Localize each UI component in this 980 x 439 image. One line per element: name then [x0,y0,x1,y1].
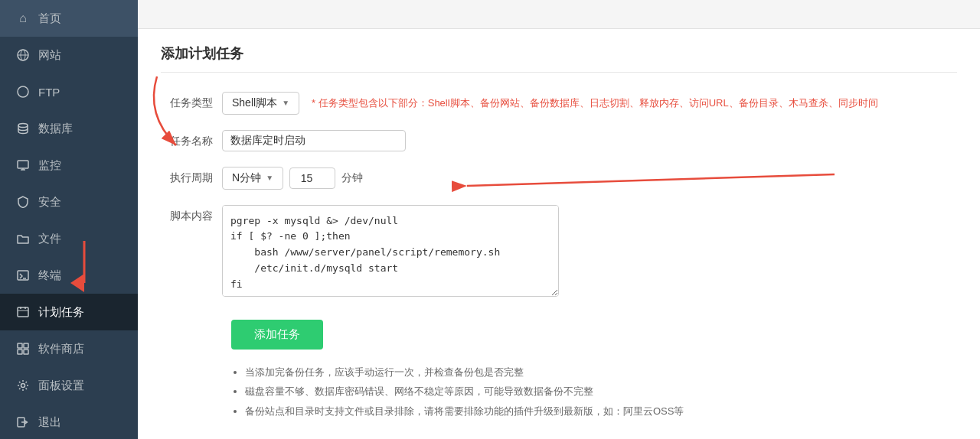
task-name-label: 任务名称 [161,130,222,148]
svg-point-4 [18,124,28,128]
task-type-dropdown[interactable]: Shell脚本 ▼ [222,92,299,115]
page-title: 添加计划任务 [161,44,957,73]
task-type-value: Shell脚本 [232,96,277,110]
script-control: pgrep -x mysqld &> /dev/null if [ $? -ne… [222,205,957,297]
note-item-1: 当添加完备份任务，应该手动运行一次，并检查备份包是否完整 [245,365,957,381]
website-icon [15,47,31,63]
script-content-row: 脚本内容 pgrep -x mysqld &> /dev/null if [ $… [161,205,957,297]
sidebar-item-label: 软件商店 [38,342,84,356]
task-type-row: 任务类型 Shell脚本 ▼ * 任务类型包含以下部分：Shell脚本、备份网站… [161,92,957,115]
sidebar-item-home[interactable]: ⌂ 首页 [0,0,138,37]
logout-icon [15,415,31,430]
main-content: 添加计划任务 任务类型 Shell脚本 ▼ * 任务类型包含以下部分：Shell… [138,0,980,439]
period-type-dropdown[interactable]: N分钟 ▼ [222,167,283,190]
task-name-row: 任务名称 [161,130,957,151]
period-row: 执行周期 N分钟 ▼ 分钟 [161,167,957,190]
svg-rect-15 [24,343,28,348]
svg-point-3 [18,86,28,97]
script-label: 脚本内容 [161,205,222,223]
chevron-down-icon-2: ▼ [266,174,273,182]
sidebar-item-label: 终端 [38,268,61,283]
sidebar-item-label: 监控 [38,158,61,173]
sidebar-item-logout[interactable]: 退出 [0,404,138,439]
crontab-icon [15,304,31,320]
sidebar-item-crontab[interactable]: 计划任务 [0,294,138,330]
script-textarea[interactable]: pgrep -x mysqld &> /dev/null if [ $? -ne… [222,205,559,297]
period-unit: 分钟 [341,171,363,185]
period-control: N分钟 ▼ 分钟 [222,167,957,190]
folder-icon [15,231,31,246]
terminal-icon [15,268,31,283]
svg-point-18 [21,384,25,388]
database-icon [15,121,31,136]
sidebar-item-database[interactable]: 数据库 [0,110,138,147]
svg-rect-10 [18,307,28,317]
sidebar-item-website[interactable]: 网站 [0,37,138,73]
svg-rect-5 [18,161,28,168]
sidebar-item-security[interactable]: 安全 [0,184,138,220]
sidebar-item-terminal[interactable]: 终端 [0,257,138,294]
notes-section: 当添加完备份任务，应该手动运行一次，并检查备份包是否完整 磁盘容量不够、数据库密… [161,365,957,420]
period-type-value: N分钟 [232,171,261,185]
sidebar-item-label: 安全 [38,195,61,210]
sidebar: ⌂ 首页 网站 FTP 数据库 监控 安全 文件 [0,0,138,439]
sidebar-item-label: FTP [38,86,60,99]
home-icon: ⌂ [15,11,31,26]
note-item-2: 磁盘容量不够、数据库密码错误、网络不稳定等原因，可能导致数据备份不完整 [245,384,957,400]
period-label: 执行周期 [161,167,222,185]
task-name-control [222,130,957,151]
notes-list: 当添加完备份任务，应该手动运行一次，并检查备份包是否完整 磁盘容量不够、数据库密… [231,365,957,420]
task-type-control: Shell脚本 ▼ * 任务类型包含以下部分：Shell脚本、备份网站、备份数据… [222,92,957,115]
sidebar-item-label: 计划任务 [38,305,84,320]
appstore-icon [15,341,31,356]
monitor-icon [15,158,31,173]
task-type-hint: * 任务类型包含以下部分：Shell脚本、备份网站、备份数据库、日志切割、释放内… [312,96,878,110]
task-type-label: 任务类型 [161,92,222,110]
submit-button[interactable]: 添加任务 [231,320,323,350]
chevron-down-icon: ▼ [282,99,289,107]
page-body: 添加计划任务 任务类型 Shell脚本 ▼ * 任务类型包含以下部分：Shell… [138,29,980,439]
top-bar [138,0,980,29]
svg-rect-14 [18,343,22,348]
sidebar-item-label: 网站 [38,48,61,63]
task-name-input[interactable] [222,130,406,151]
settings-icon [15,378,31,393]
sidebar-item-monitor[interactable]: 监控 [0,147,138,184]
svg-rect-17 [24,350,28,354]
sidebar-item-label: 首页 [38,11,61,26]
sidebar-item-label: 面板设置 [38,379,84,393]
svg-rect-16 [18,350,22,354]
ftp-icon [15,84,31,99]
sidebar-item-files[interactable]: 文件 [0,220,138,257]
shield-icon [15,194,31,210]
submit-row: 添加任务 [161,312,957,350]
sidebar-item-ftp[interactable]: FTP [0,73,138,110]
sidebar-item-appstore[interactable]: 软件商店 [0,330,138,367]
note-item-3: 备份站点和目录时支持文件或目录排除，请将需要排除功能的插件升级到最新版，如：阿里… [245,404,957,420]
sidebar-item-label: 数据库 [38,122,73,136]
sidebar-item-label: 文件 [38,232,61,246]
period-value-input[interactable] [289,167,335,189]
sidebar-item-label: 退出 [38,415,61,430]
sidebar-item-panelsettings[interactable]: 面板设置 [0,367,138,404]
